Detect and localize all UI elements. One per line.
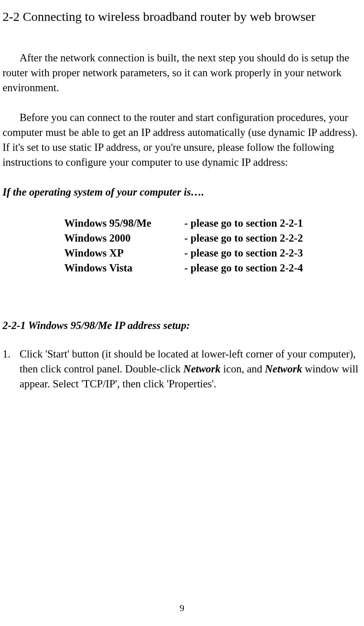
step-text: icon, and bbox=[221, 363, 265, 375]
os-heading: If the operating system of your computer… bbox=[3, 185, 361, 199]
os-action: - please go to section 2-2-1 bbox=[184, 216, 361, 231]
os-action: - please go to section 2-2-3 bbox=[184, 245, 361, 260]
os-table: Windows 95/98/Me - please go to section … bbox=[64, 216, 361, 275]
os-action: - please go to section 2-2-2 bbox=[184, 231, 361, 245]
paragraph-2: Before you can connect to the router and… bbox=[3, 110, 361, 170]
section-title: 2-2 Connecting to wireless broadband rou… bbox=[3, 8, 361, 26]
os-row: Windows Vista - please go to section 2-2… bbox=[64, 260, 361, 275]
network-emphasis: Network bbox=[265, 363, 302, 375]
step-body: Click 'Start' button (it should be locat… bbox=[20, 346, 361, 391]
os-name: Windows Vista bbox=[64, 260, 184, 275]
network-emphasis: Network bbox=[183, 363, 221, 375]
page-number: 9 bbox=[0, 602, 364, 615]
os-row: Windows XP - please go to section 2-2-3 bbox=[64, 245, 361, 260]
os-row: Windows 95/98/Me - please go to section … bbox=[64, 216, 361, 231]
step-1: 1. Click 'Start' button (it should be lo… bbox=[3, 346, 361, 391]
paragraph-1: After the network connection is built, t… bbox=[3, 50, 361, 95]
os-name: Windows XP bbox=[64, 245, 184, 260]
os-name: Windows 2000 bbox=[64, 231, 184, 245]
os-action: - please go to section 2-2-4 bbox=[184, 260, 361, 275]
step-number: 1. bbox=[3, 346, 20, 391]
os-name: Windows 95/98/Me bbox=[64, 216, 184, 231]
subsection-heading: 2-2-1 Windows 95/98/Me IP address setup: bbox=[3, 318, 361, 333]
os-row: Windows 2000 - please go to section 2-2-… bbox=[64, 231, 361, 245]
